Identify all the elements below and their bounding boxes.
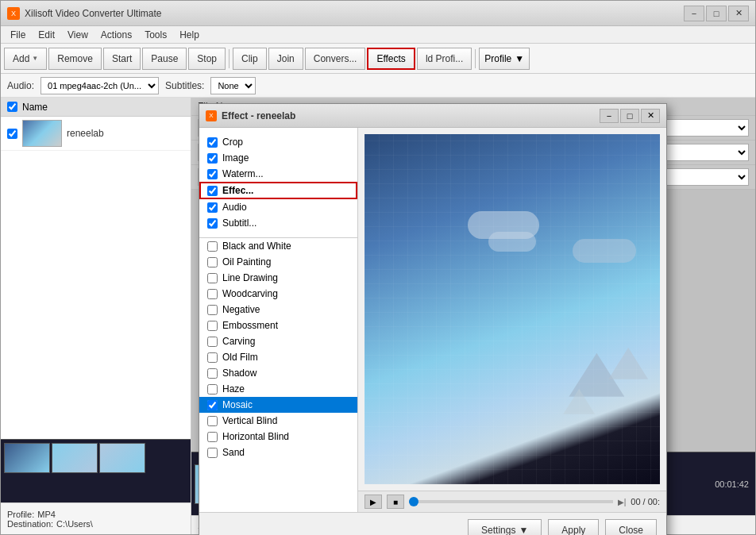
settings-button[interactable]: Settings ▼ (468, 519, 542, 536)
maximize-button[interactable]: □ (706, 6, 727, 21)
stop-button[interactable]: Stop (188, 48, 226, 70)
embossment-checkbox[interactable] (207, 321, 218, 331)
mosaic-grid (364, 134, 660, 484)
oil-painting-checkbox[interactable] (207, 257, 218, 268)
list-item[interactable]: reneelab (1, 117, 191, 151)
convert-button[interactable]: Convers... (305, 48, 366, 70)
effect-carving-label: Carving (222, 336, 255, 347)
line-drawing-checkbox[interactable] (207, 273, 218, 283)
effect-black-white[interactable]: Black and White (199, 238, 357, 254)
clip-button[interactable]: Clip (233, 48, 267, 70)
effect-sand[interactable]: Sand (199, 445, 357, 460)
menu-help[interactable]: Help (173, 28, 206, 42)
carving-checkbox[interactable] (207, 337, 218, 347)
preview-area (364, 134, 660, 484)
effect-negative[interactable]: Negative (199, 302, 357, 318)
effect-black-white-label: Black and White (222, 241, 291, 252)
woodcarving-checkbox[interactable] (207, 289, 218, 299)
join-button[interactable]: Join (268, 48, 303, 70)
category-watermark[interactable]: Waterm... (199, 166, 357, 182)
audio-select[interactable]: 01 mpeg4aac-2ch (Un... (40, 77, 159, 94)
pause-button[interactable]: Pause (142, 48, 187, 70)
effect-checkbox[interactable] (207, 186, 218, 196)
panel-header: Name (1, 98, 191, 117)
negative-checkbox[interactable] (207, 305, 218, 315)
image-checkbox[interactable] (207, 153, 218, 164)
menu-view[interactable]: View (61, 28, 94, 42)
add-arrow-icon: ▼ (32, 55, 38, 62)
old-film-checkbox[interactable] (207, 352, 218, 363)
profile-button[interactable]: Profile ▼ (479, 48, 530, 70)
category-image[interactable]: Image (199, 150, 357, 166)
file-checkbox[interactable] (7, 129, 17, 139)
effect-woodcarving[interactable]: Woodcarving (199, 286, 357, 302)
menu-tools[interactable]: Tools (138, 28, 173, 42)
effect-old-film[interactable]: Old Film (199, 349, 357, 365)
preview-slider[interactable] (409, 500, 613, 503)
add-button[interactable]: Add ▼ (4, 48, 47, 70)
minimize-button[interactable]: − (684, 6, 704, 21)
dialog-window-controls: − □ ✕ (600, 109, 660, 123)
dialog-close-btn[interactable]: Close (605, 519, 657, 536)
preview-arrow-icon: ▶| (618, 498, 627, 506)
crop-checkbox[interactable] (207, 137, 218, 148)
effect-shadow[interactable]: Shadow (199, 365, 357, 381)
start-button[interactable]: Start (103, 48, 141, 70)
menu-file[interactable]: File (4, 28, 32, 42)
preview-time: 00 / 00: (631, 497, 660, 506)
effect-negative-label: Negative (222, 304, 260, 315)
effect-sand-label: Sand (222, 447, 245, 458)
menu-edit[interactable]: Edit (32, 28, 61, 42)
effects-button[interactable]: Effects (367, 48, 415, 70)
effect-haze[interactable]: Haze (199, 381, 357, 397)
category-audio-label: Audio (222, 202, 247, 213)
preview-stop-btn[interactable]: ■ (387, 495, 404, 509)
menu-actions[interactable]: Actions (94, 28, 138, 42)
profile-info-label: Profile: (7, 510, 34, 519)
category-effect[interactable]: Effec... (199, 182, 357, 199)
category-crop[interactable]: Crop (199, 134, 357, 150)
dialog-minimize-button[interactable]: − (600, 109, 619, 123)
effect-vertical-blind[interactable]: Vertical Blind (199, 413, 357, 429)
ld-profile-button[interactable]: ld Profi... (417, 48, 472, 70)
subtitles-select[interactable]: None (210, 77, 256, 94)
remove-button[interactable]: Remove (48, 48, 102, 70)
effect-line-drawing-label: Line Drawing (222, 272, 278, 283)
preview-play-btn[interactable]: ▶ (364, 495, 382, 509)
effect-effects-list: Black and White Oil Painting Line Drawin… (199, 238, 357, 512)
effect-mosaic[interactable]: Mosaic (199, 397, 357, 413)
timeline-thumb-1 (4, 443, 50, 473)
effect-oil-painting[interactable]: Oil Painting (199, 254, 357, 270)
effect-categories: Crop Image Waterm... Effec... Audio (199, 128, 357, 238)
effect-horizontal-blind[interactable]: Horizontal Blind (199, 429, 357, 445)
effect-line-drawing[interactable]: Line Drawing (199, 270, 357, 286)
panel-header-title: Name (22, 102, 48, 113)
category-audio[interactable]: Audio (199, 199, 357, 215)
effect-embossment[interactable]: Embossment (199, 318, 357, 333)
horizontal-blind-checkbox[interactable] (207, 432, 218, 442)
shadow-checkbox[interactable] (207, 368, 218, 379)
category-subtitles[interactable]: Subtitl... (199, 215, 357, 231)
subtitles-checkbox[interactable] (207, 218, 218, 229)
file-info-bar: Profile: MP4 Destination: C:\Users\ (1, 502, 191, 534)
black-white-checkbox[interactable] (207, 241, 218, 252)
apply-button[interactable]: Apply (548, 519, 599, 536)
sand-checkbox[interactable] (207, 448, 218, 458)
watermark-checkbox[interactable] (207, 169, 218, 179)
effect-haze-label: Haze (222, 383, 245, 395)
category-effect-label: Effec... (222, 185, 253, 196)
close-button[interactable]: ✕ (728, 6, 749, 21)
effect-carving[interactable]: Carving (199, 333, 357, 349)
toolbar: Add ▼ Remove Start Pause Stop Clip Join … (1, 44, 755, 74)
mosaic-checkbox[interactable] (207, 400, 218, 410)
audio-checkbox[interactable] (207, 202, 218, 213)
haze-checkbox[interactable] (207, 384, 218, 395)
vertical-blind-checkbox[interactable] (207, 416, 218, 426)
dialog-maximize-button[interactable]: □ (620, 109, 639, 123)
app-title: Xilisoft Video Converter Ultimate (25, 8, 684, 19)
select-all-checkbox[interactable] (7, 102, 17, 112)
profile-info-value: MP4 (37, 510, 56, 519)
dialog-title: Effect - reneelab (222, 110, 600, 121)
bottom-panel: Profile: MP4 Destination: C:\Users\ (1, 439, 191, 534)
dialog-close-button[interactable]: ✕ (641, 109, 660, 123)
